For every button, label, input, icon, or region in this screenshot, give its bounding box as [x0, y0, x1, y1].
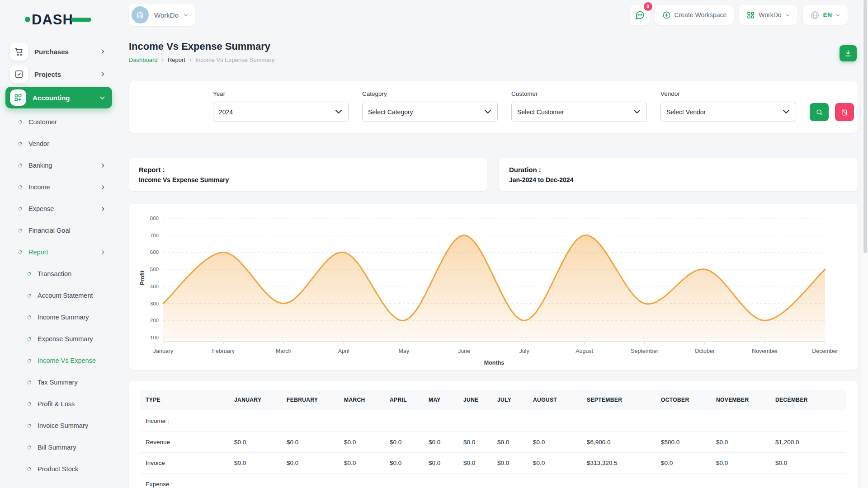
sidebar-item-label: Expense Summary	[38, 335, 93, 343]
main-content: WorkDo 0 Create Workspace	[129, 0, 858, 488]
sidebar-item-banking[interactable]: Banking	[0, 155, 118, 176]
sidebar-item-bill-summary[interactable]: Bill Summary	[0, 436, 118, 458]
cell-value: $0.0	[384, 432, 423, 453]
sidebar-item-label: Bill Summary	[38, 444, 76, 451]
table-row-invoice: Invoice$0.0$0.0$0.0$0.0$0.0$0.0$0.0$0.0$…	[140, 453, 846, 474]
table-header-may: MAY	[423, 390, 458, 410]
sidebar-item-income-vs-expense[interactable]: Income Vs Expense	[0, 350, 118, 371]
sidebar-item-tax-summary[interactable]: Tax Summary	[0, 371, 118, 393]
table-header-type: TYPE	[140, 390, 229, 410]
cell-value: $0.0	[770, 453, 846, 474]
plus-circle-icon	[662, 11, 671, 19]
sidebar-item-label: Accounting	[33, 94, 70, 102]
cell-value: $0.0	[281, 453, 339, 474]
globe-icon	[810, 10, 820, 20]
page-title: Income Vs Expense Summary	[129, 41, 858, 52]
sidebar-item-transaction[interactable]: Transaction	[0, 263, 118, 285]
sidebar-item-report[interactable]: Report	[0, 241, 118, 263]
cell-value: $0.0	[229, 453, 281, 474]
workspace-name: WorkDo	[154, 11, 179, 19]
chevron-right-icon	[100, 184, 106, 190]
scrollbar-thumb[interactable]	[863, 0, 867, 253]
svg-text:December: December	[812, 348, 838, 354]
customer-select[interactable]: Select Customer	[511, 102, 647, 122]
report-card-value: Income Vs Expense Summary	[139, 176, 477, 183]
filter-buttons	[810, 103, 854, 122]
svg-text:November: November	[752, 348, 778, 354]
workspace-selector[interactable]: WorkDo	[129, 4, 195, 26]
category-select[interactable]: Select Category	[362, 102, 498, 122]
sidebar-item-projects[interactable]: Projects	[5, 64, 112, 84]
report-card-title: Report :	[139, 166, 477, 174]
workdo-menu-button[interactable]: WorkDo	[739, 5, 797, 25]
sidebar-item-label: Invoice Summary	[38, 422, 88, 429]
sidebar-item-purchases[interactable]: Purchases	[5, 42, 112, 61]
table-row-revenue: Revenue$0.0$0.0$0.0$0.0$0.0$0.0$0.0$0.0$…	[140, 432, 846, 453]
status-ring-icon	[17, 163, 23, 169]
table-section-row: Income :	[140, 410, 846, 432]
summary-table-card: TYPEJANUARYFEBRUARYMARCHAPRILMAYJUNEJULY…	[129, 381, 858, 488]
sidebar-item-cash-flow[interactable]: Cash Flow	[0, 480, 118, 488]
status-ring-icon	[26, 466, 32, 472]
sidebar-item-income[interactable]: Income	[0, 176, 118, 198]
chevron-down-icon	[835, 13, 840, 18]
svg-text:DASH: DASH	[32, 12, 73, 28]
cell-value: $0.0	[384, 453, 423, 474]
page-scrollbar[interactable]	[862, 0, 868, 488]
sidebar-item-label: Profit & Loss	[38, 400, 75, 408]
svg-text:April: April	[338, 348, 349, 354]
chevron-down-icon	[99, 94, 106, 101]
svg-text:100: 100	[150, 335, 159, 340]
year-label: Year	[213, 90, 349, 97]
top-bar: WorkDo 0 Create Workspace	[129, 0, 858, 26]
sidebar-item-product-stock[interactable]: Product Stock	[0, 458, 118, 480]
sidebar-item-label: Income Summary	[38, 314, 89, 321]
sidebar-item-account-statement[interactable]: Account Statement	[0, 285, 118, 306]
svg-text:400: 400	[150, 284, 159, 289]
download-button[interactable]	[840, 45, 857, 61]
status-ring-icon	[26, 423, 32, 429]
accounting-submenu: CustomerVendorBankingIncomeExpenseFinanc…	[0, 111, 118, 488]
breadcrumb-dashboard[interactable]: Dashboard	[129, 56, 158, 63]
sidebar-item-customer[interactable]: Customer	[0, 111, 118, 133]
sidebar-item-label: Report	[28, 249, 48, 256]
sidebar-item-income-summary[interactable]: Income Summary	[0, 306, 118, 328]
table-header-february: FEBRUARY	[281, 390, 339, 410]
table-header-september: SEPTEMBER	[581, 390, 656, 410]
sidebar-item-invoice-summary[interactable]: Invoice Summary	[0, 415, 118, 436]
dash-logo-icon: DASH	[24, 10, 92, 29]
top-right-actions: 0 Create Workspace WorkDo EN	[630, 5, 858, 25]
messages-button[interactable]: 0	[630, 5, 650, 25]
cell-value: $0.0	[528, 432, 581, 453]
file-slash-icon	[841, 108, 849, 116]
chevron-right-icon	[100, 249, 106, 255]
sidebar-item-vendor[interactable]: Vendor	[0, 133, 118, 155]
sidebar-item-accounting[interactable]: Accounting	[5, 87, 112, 108]
year-select[interactable]: 2024	[213, 102, 349, 122]
sidebar-item-expense[interactable]: Expense	[0, 198, 118, 220]
sidebar-item-profit-loss[interactable]: Profit & Loss	[0, 393, 118, 415]
sidebar-item-expense-summary[interactable]: Expense Summary	[0, 328, 118, 350]
messages-badge: 0	[644, 2, 652, 11]
breadcrumb-report[interactable]: Report	[168, 56, 185, 63]
svg-text:June: June	[458, 348, 470, 354]
apply-filter-button[interactable]	[810, 103, 829, 121]
svg-text:July: July	[519, 348, 529, 354]
table-header-june: JUNE	[458, 390, 492, 410]
sidebar-item-label: Expense	[28, 205, 54, 212]
reset-filter-button[interactable]	[835, 103, 854, 121]
sidebar-item-label: Financial Goal	[28, 227, 71, 234]
sidebar-item-label: Product Stock	[38, 465, 78, 473]
vendor-select[interactable]: Select Vendor	[660, 102, 796, 122]
table-header-august: AUGUST	[528, 390, 581, 410]
category-label: Category	[362, 90, 498, 97]
row-type: Revenue	[140, 432, 229, 453]
sidebar-item-label: Purchases	[34, 48, 69, 56]
language-selector[interactable]: EN	[803, 5, 848, 25]
chevron-right-icon	[100, 206, 106, 212]
create-workspace-button[interactable]: Create Workspace	[655, 5, 734, 25]
sidebar-item-financial-goal[interactable]: Financial Goal	[0, 220, 118, 241]
cell-value: $1,200.0	[770, 432, 846, 453]
section-label: Expense :	[140, 474, 846, 488]
customer-label: Customer	[511, 90, 647, 97]
